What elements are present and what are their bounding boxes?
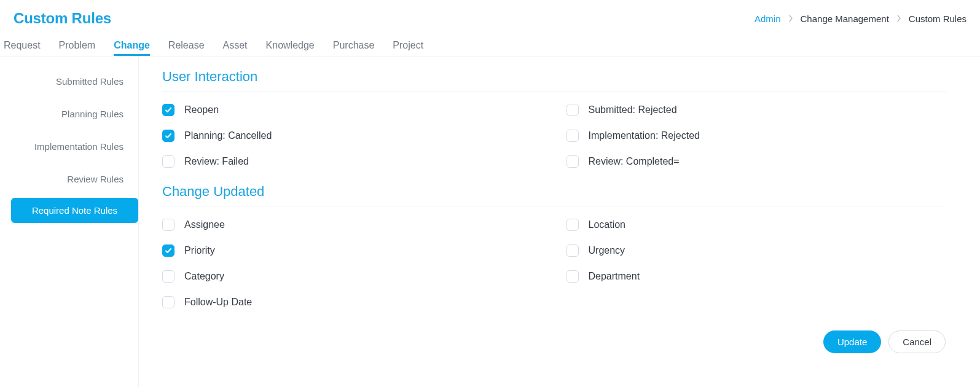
chevron-right-icon: [788, 15, 793, 22]
left-sidebar: Submitted RulesPlanning RulesImplementat…: [0, 57, 139, 387]
update-button[interactable]: Update: [823, 330, 881, 353]
checkbox-assignee[interactable]: [162, 219, 174, 231]
breadcrumb-custom-rules: Custom Rules: [909, 14, 966, 24]
checkbox-priority[interactable]: [162, 244, 174, 257]
sidebar-item-required-note-rules[interactable]: Required Note Rules: [11, 198, 138, 223]
footer-actions: Update Cancel: [162, 330, 946, 353]
checkbox-review-completed-[interactable]: [566, 155, 579, 168]
breadcrumb-change-management: Change Management: [801, 14, 889, 24]
tab-request[interactable]: Request: [4, 41, 41, 56]
option-label: Assignee: [184, 219, 225, 230]
checkbox-planning-cancelled[interactable]: [162, 130, 174, 142]
section-title-change-updated: Change Updated: [162, 184, 946, 206]
option-label: Priority: [184, 245, 215, 256]
option-row: Reopen: [162, 104, 542, 116]
option-label: Reopen: [184, 104, 219, 115]
option-row: Review: Completed=: [566, 155, 946, 168]
sidebar-item-submitted-rules[interactable]: Submitted Rules: [0, 65, 138, 98]
checkbox-follow-up-date[interactable]: [162, 296, 174, 308]
tab-project[interactable]: Project: [393, 41, 423, 56]
content-area: User Interaction ReopenSubmitted: Reject…: [139, 57, 980, 387]
tab-change[interactable]: Change: [114, 41, 150, 56]
sidebar-item-review-rules[interactable]: Review Rules: [0, 163, 138, 195]
option-row: Implementation: Rejected: [566, 130, 946, 142]
option-label: Implementation: Rejected: [589, 130, 700, 141]
option-label: Urgency: [589, 245, 625, 256]
tab-purchase[interactable]: Purchase: [333, 41, 375, 56]
sidebar-item-planning-rules[interactable]: Planning Rules: [0, 98, 138, 130]
change-updated-options: AssigneeLocationPriorityUrgencyCategoryD…: [162, 219, 946, 308]
page-title: Custom Rules: [14, 10, 111, 27]
chevron-right-icon: [896, 15, 901, 22]
cancel-button[interactable]: Cancel: [888, 330, 946, 353]
option-label: Category: [184, 271, 224, 282]
option-row: Location: [566, 219, 946, 231]
breadcrumb: AdminChange ManagementCustom Rules: [755, 14, 966, 24]
checkbox-reopen[interactable]: [162, 104, 174, 116]
checkbox-submitted-rejected[interactable]: [566, 104, 579, 116]
option-label: Submitted: Rejected: [589, 104, 677, 115]
option-row: Assignee: [162, 219, 542, 231]
option-label: Planning: Cancelled: [184, 130, 272, 141]
option-label: Review: Completed=: [589, 156, 680, 167]
option-row: Priority: [162, 244, 542, 257]
option-label: Review: Failed: [184, 156, 249, 167]
user-interaction-options: ReopenSubmitted: RejectedPlanning: Cance…: [162, 104, 946, 168]
option-label: Department: [589, 271, 640, 282]
tab-asset[interactable]: Asset: [223, 41, 248, 56]
checkbox-department[interactable]: [566, 270, 579, 283]
option-label: Follow-Up Date: [184, 297, 252, 308]
option-row: Category: [162, 270, 542, 283]
checkbox-review-failed[interactable]: [162, 155, 174, 168]
option-row: Follow-Up Date: [162, 296, 542, 308]
option-row: Planning: Cancelled: [162, 130, 542, 142]
tab-problem[interactable]: Problem: [59, 41, 96, 56]
tab-knowledge[interactable]: Knowledge: [266, 41, 315, 56]
checkbox-category[interactable]: [162, 270, 174, 283]
checkbox-urgency[interactable]: [566, 244, 579, 257]
checkbox-implementation-rejected[interactable]: [566, 130, 579, 142]
section-title-user-interaction: User Interaction: [162, 69, 946, 92]
tab-release[interactable]: Release: [168, 41, 205, 56]
top-tabs: RequestProblemChangeReleaseAssetKnowledg…: [0, 29, 980, 57]
option-row: Submitted: Rejected: [566, 104, 946, 116]
option-row: Urgency: [566, 244, 946, 257]
option-row: Department: [566, 270, 946, 283]
option-row: Review: Failed: [162, 155, 542, 168]
sidebar-item-implementation-rules[interactable]: Implementation Rules: [0, 130, 138, 163]
breadcrumb-admin[interactable]: Admin: [755, 14, 781, 24]
option-label: Location: [589, 219, 626, 230]
checkbox-location[interactable]: [566, 219, 579, 231]
